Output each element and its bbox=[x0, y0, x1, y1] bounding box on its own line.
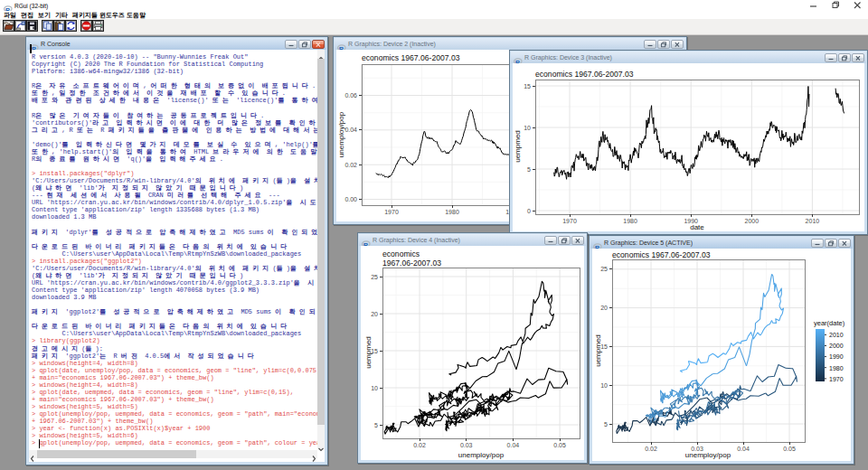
svg-text:10: 10 bbox=[600, 382, 608, 389]
svg-text:2000: 2000 bbox=[745, 218, 760, 224]
svg-text:25: 25 bbox=[371, 274, 378, 280]
svg-text:1967.06-2007.03: 1967.06-2007.03 bbox=[382, 258, 441, 268]
svg-text:0.02: 0.02 bbox=[344, 162, 357, 168]
svg-text:10: 10 bbox=[371, 385, 378, 391]
svg-text:1990: 1990 bbox=[829, 353, 844, 360]
svg-text:5: 5 bbox=[604, 421, 608, 428]
svg-text:year(date): year(date) bbox=[814, 319, 845, 327]
svg-text:20: 20 bbox=[600, 305, 608, 311]
svg-text:economics: economics bbox=[382, 249, 420, 258]
svg-text:25: 25 bbox=[600, 266, 608, 272]
svg-text:unemploy/pop: unemploy/pop bbox=[337, 111, 345, 157]
svg-text:15: 15 bbox=[524, 83, 531, 89]
svg-text:1980: 1980 bbox=[829, 365, 844, 371]
svg-text:0.04: 0.04 bbox=[737, 446, 750, 452]
svg-text:0.03: 0.03 bbox=[460, 442, 473, 448]
svg-text:5: 5 bbox=[374, 422, 378, 428]
svg-text:2010: 2010 bbox=[829, 332, 844, 338]
svg-text:0: 0 bbox=[527, 208, 531, 214]
svg-text:uempmed: uempmed bbox=[514, 130, 522, 163]
svg-text:0.00: 0.00 bbox=[344, 196, 357, 202]
svg-text:2000: 2000 bbox=[829, 343, 844, 349]
svg-text:0.05: 0.05 bbox=[783, 446, 796, 452]
svg-text:0.06: 0.06 bbox=[344, 92, 357, 99]
svg-text:economics 1967.06-2007.03: economics 1967.06-2007.03 bbox=[362, 53, 460, 62]
svg-text:10: 10 bbox=[524, 125, 531, 131]
svg-text:unemploy/pop: unemploy/pop bbox=[458, 451, 505, 459]
svg-text:1980: 1980 bbox=[623, 218, 637, 224]
svg-text:1970: 1970 bbox=[829, 376, 844, 382]
svg-text:0.02: 0.02 bbox=[645, 446, 657, 452]
svg-text:1980: 1980 bbox=[445, 209, 459, 215]
svg-text:0.04: 0.04 bbox=[507, 442, 520, 448]
svg-text:2010: 2010 bbox=[806, 218, 820, 224]
svg-text:1970: 1970 bbox=[384, 209, 399, 215]
svg-text:unemploy/pop: unemploy/pop bbox=[685, 451, 731, 459]
svg-text:economics 1967.06-2007.03: economics 1967.06-2007.03 bbox=[535, 70, 634, 79]
svg-text:date: date bbox=[690, 223, 704, 231]
svg-text:20: 20 bbox=[371, 311, 378, 317]
svg-text:0.05: 0.05 bbox=[553, 442, 566, 448]
svg-text:0.02: 0.02 bbox=[413, 442, 426, 448]
svg-text:0.04: 0.04 bbox=[344, 127, 357, 133]
svg-text:5: 5 bbox=[527, 166, 531, 173]
svg-text:1970: 1970 bbox=[562, 218, 577, 224]
svg-text:uempmed: uempmed bbox=[594, 334, 602, 367]
svg-text:economics 1967.06-2007.03: economics 1967.06-2007.03 bbox=[612, 250, 711, 259]
svg-text:uempmed: uempmed bbox=[364, 336, 373, 369]
